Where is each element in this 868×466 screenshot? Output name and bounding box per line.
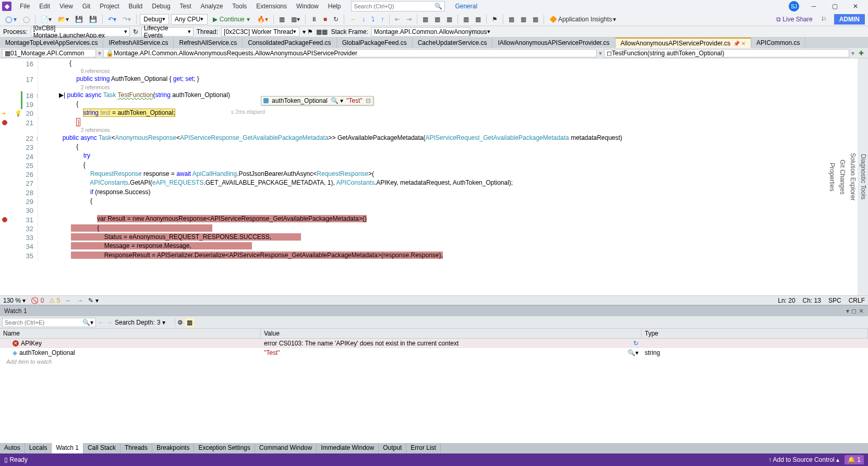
stack-dropdown[interactable]: Montage.API.Common.AllowAnonymous ▾ <box>371 27 471 37</box>
nav-next-icon[interactable]: → <box>77 297 83 304</box>
tab-close-icon[interactable]: 📌 ✕ <box>733 41 745 46</box>
menu-debug[interactable]: Debug <box>148 1 174 11</box>
ic2[interactable]: ▦ <box>432 15 442 24</box>
menu-git[interactable]: Git <box>78 1 94 11</box>
tab-iallowanonymousapiserviceprovider-cs[interactable]: IAllowAnonymousAPIServiceProvider.cs <box>492 38 615 48</box>
step-into-icon[interactable]: ↓ <box>360 15 367 24</box>
flag-icon[interactable]: ⚑ <box>490 15 500 24</box>
menu-view[interactable]: View <box>55 1 77 11</box>
ic1[interactable]: ▦ <box>420 15 430 24</box>
search-input[interactable] <box>354 3 435 9</box>
error-count[interactable]: 🚫 0 <box>31 297 44 304</box>
depth-dropdown[interactable]: 3 ▾ <box>157 319 173 326</box>
hot-reload-icon[interactable]: 🔥▾ <box>255 15 270 24</box>
tool-tab-immediate-window[interactable]: Immediate Window <box>317 443 379 453</box>
cycle-icon[interactable]: ↻ <box>133 28 138 35</box>
ic4[interactable]: ▦ <box>461 15 471 24</box>
panel-solution-explorer[interactable]: Solution Explorer <box>848 150 858 204</box>
insights-dropdown[interactable]: 🔶 Application Insights ▾ <box>547 15 618 24</box>
step-fwd-icon[interactable]: ⇥ <box>404 15 414 24</box>
tool-tab-autos[interactable]: Autos <box>0 443 25 453</box>
watch-ic2[interactable]: ▦ <box>185 318 194 327</box>
panel-properties[interactable]: Properties <box>827 160 837 195</box>
filter-icon[interactable]: ✎ ▾ <box>88 297 98 304</box>
menu-file[interactable]: File <box>16 1 34 11</box>
indent-mode[interactable]: SPC <box>828 297 841 304</box>
undo-icon[interactable]: ↶▾ <box>106 15 118 24</box>
nav-member[interactable]: ◻ TestFunction(string authToken_Optional… <box>604 49 849 57</box>
watch-search[interactable]: 🔍▾ <box>2 318 96 327</box>
step-out-icon[interactable]: ↑ <box>379 15 386 24</box>
nav-back-icon[interactable]: ◯ ▾ <box>3 15 19 24</box>
ic7[interactable]: ▦ <box>519 15 528 24</box>
tool-tab-breakpoints[interactable]: Breakpoints <box>152 443 194 453</box>
tool-tab-exception-settings[interactable]: Exception Settings <box>194 443 255 453</box>
tab-cacheupdaterservice-cs[interactable]: CacheUpdaterService.cs <box>413 38 493 48</box>
step-over-icon[interactable]: ⤵ <box>369 15 377 24</box>
notifications[interactable]: 🔔 1 <box>845 455 864 464</box>
tab-refreshallservice-cs[interactable]: RefreshAllService.cs <box>174 38 243 48</box>
save-icon[interactable]: 💾 <box>73 15 85 24</box>
gutter[interactable]: 1617⊟1819➜💡2021⊟222324252627282930313233… <box>0 58 38 295</box>
code-area[interactable]: authToken_Optional 🔍 ▾ "Test" ⊟ {6 refer… <box>38 58 868 295</box>
watch-pin-icon[interactable]: ◻ <box>851 307 857 315</box>
tool-tab-threads[interactable]: Threads <box>120 443 152 453</box>
pause-icon[interactable]: ⏸ <box>309 15 319 24</box>
watch-close-icon[interactable]: ✕ <box>859 307 864 315</box>
line-ending[interactable]: CRLF <box>849 297 865 304</box>
menu-window[interactable]: Window <box>292 1 323 11</box>
menu-edit[interactable]: Edit <box>35 1 54 11</box>
menu-test[interactable]: Test <box>176 1 196 11</box>
continue-button[interactable]: ▶ Continue ▾ <box>210 15 253 24</box>
col-name[interactable]: Name <box>0 329 261 338</box>
tab-irefreshallservice-cs[interactable]: IRefreshAllService.cs <box>103 38 174 48</box>
col-value[interactable]: Value <box>261 329 642 338</box>
live-share-button[interactable]: ⧉ Live Share <box>776 16 813 23</box>
panel-git-changes[interactable]: Git Changes <box>838 157 847 198</box>
tool-tab-watch-1[interactable]: Watch 1 <box>52 443 83 453</box>
new-file-icon[interactable]: 📄▾ <box>39 15 54 24</box>
tab-consolidatedpackagefeed-cs[interactable]: ConsolidatedPackageFeed.cs <box>243 38 336 48</box>
pin-icon[interactable]: ⊟ <box>366 97 371 104</box>
tab-montagetoplevelappservices-cs[interactable]: MontageTopLevelAppServices.cs <box>0 38 103 48</box>
nav-project[interactable]: ▦ 01_Montage.API.Common <box>2 49 96 57</box>
watch-dropdown-icon[interactable]: ▾ <box>846 307 849 315</box>
warning-count[interactable]: ⚠ 5 <box>49 297 60 304</box>
tool-tab-error-list[interactable]: Error List <box>406 443 441 453</box>
maximize-button[interactable]: ▢ <box>824 1 845 12</box>
show-next-icon[interactable]: → <box>347 15 358 24</box>
general-badge[interactable]: General <box>449 1 483 11</box>
restart-icon[interactable]: ↻ <box>331 15 341 24</box>
text-visualizer-icon[interactable]: 🔍▾ <box>628 349 638 356</box>
watch-ic1[interactable]: ⚙ <box>177 319 183 326</box>
thread-dropdown[interactable]: [0x2C3C] Worker Thread ▾ <box>221 27 299 37</box>
user-avatar[interactable]: SJ <box>789 1 799 11</box>
stack-icon[interactable]: ▦▦ <box>316 28 328 35</box>
flag-thread-icon[interactable]: ▾ ⚑ <box>303 28 313 35</box>
nav-type[interactable]: 🔒 Montage.API.Common.AllowAnonymousReque… <box>103 49 597 57</box>
add-source-control[interactable]: ↑ Add to Source Control ▴ <box>768 456 839 463</box>
save-all-icon[interactable]: 💾 <box>87 15 99 24</box>
zoom-dropdown[interactable]: 130 % ▾ <box>3 297 26 304</box>
process-dropdown[interactable]: [0xCB8] Montage.LauncherApp.ex ▾ <box>31 27 130 37</box>
watch-nav-fwd[interactable]: → <box>106 319 113 326</box>
menu-help[interactable]: Help <box>324 1 345 11</box>
watch-nav-back[interactable]: ← <box>98 319 104 326</box>
quick-search[interactable]: 🔍 <box>351 1 445 11</box>
tool-tab-output[interactable]: Output <box>379 443 406 453</box>
ic6[interactable]: ▦ <box>507 15 516 24</box>
step-back-icon[interactable]: ⇤ <box>393 15 402 24</box>
menu-tools[interactable]: Tools <box>228 1 251 11</box>
tool-tab-locals[interactable]: Locals <box>25 443 52 453</box>
menu-extensions[interactable]: Extensions <box>252 1 291 11</box>
stop-icon[interactable]: ■ <box>321 15 329 24</box>
split-icon[interactable]: ✚ <box>857 50 866 57</box>
proc-icon[interactable]: ▦ <box>277 15 287 24</box>
nav-fwd-icon[interactable]: ◯ <box>21 15 32 24</box>
magnifier-icon[interactable]: 🔍 ▾ <box>331 97 343 104</box>
menu-project[interactable]: Project <box>95 1 123 11</box>
panel-diagnostic-tools[interactable]: Diagnostic Tools <box>859 151 868 202</box>
watch-row[interactable]: ◈authToken_Optional"Test"🔍▾string <box>0 348 868 357</box>
tab-globalpackagefeed-cs[interactable]: GlobalPackageFeed.cs <box>337 38 413 48</box>
col-type[interactable]: Type <box>642 329 868 338</box>
